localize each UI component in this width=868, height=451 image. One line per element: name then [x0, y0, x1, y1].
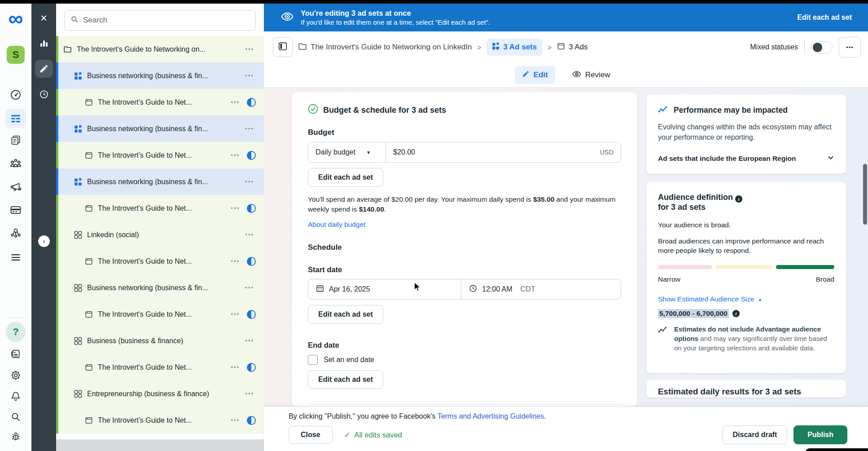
tree-row-adset[interactable]: Linkedin (social)••• [56, 221, 264, 248]
more-options-icon[interactable]: ••• [245, 284, 264, 291]
tree-row-adset[interactable]: Entrepreneurship (business & finance)••• [56, 380, 264, 407]
help-icon[interactable]: ? [6, 322, 26, 342]
breadcrumb-ads[interactable]: 3 Ads [569, 43, 588, 52]
more-options-icon[interactable]: ••• [245, 46, 264, 53]
more-options-icon[interactable]: ••• [231, 364, 247, 371]
tree-row-adset[interactable]: Business networking (business & fin...••… [56, 168, 264, 195]
tree-row-campaign[interactable]: The Introvert's Guide to Networking on..… [56, 36, 264, 62]
banner-edit-each-link[interactable]: Edit each ad set [797, 13, 852, 22]
tree-row-ad[interactable]: The Introvert's Guide to Net...••• [56, 354, 264, 380]
start-date-field: Apr 16, 2025 12:00 AM CDT [308, 279, 621, 300]
discard-draft-button[interactable]: Discard draft [723, 425, 788, 444]
more-options-icon[interactable]: ••• [231, 417, 247, 424]
clock-icon [469, 284, 478, 295]
about-daily-budget-link[interactable]: About daily budget [308, 221, 365, 229]
edit-each-ad-set-button-budget[interactable]: Edit each ad set [308, 168, 383, 187]
more-options-icon[interactable]: ••• [245, 390, 264, 397]
tree-row-adset[interactable]: Business networking (business & fin...••… [56, 274, 264, 301]
tree-row-ad[interactable]: The Introvert's Guide to Net...••• [56, 407, 264, 433]
more-options-icon[interactable]: ••• [231, 152, 247, 159]
more-options-icon[interactable]: ••• [231, 258, 247, 265]
adset-grid-icon [74, 125, 82, 133]
info-icon[interactable]: i [732, 310, 740, 317]
start-date-label: Start date [308, 265, 621, 274]
close-editor-icon[interactable]: ✕ [35, 9, 53, 27]
row-stripe [56, 89, 58, 115]
edit-each-ad-set-button-end[interactable]: Edit each ad set [308, 370, 383, 389]
news-icon[interactable] [10, 348, 22, 360]
edit-pencil-icon[interactable] [35, 60, 53, 78]
row-stripe [56, 221, 58, 248]
daily-results-card: Estimated daily results for 3 ad sets [646, 380, 846, 398]
more-options-icon[interactable]: ••• [245, 337, 264, 344]
search-input[interactable] [83, 16, 250, 25]
breadcrumb-adsets[interactable]: 3 Ad sets [487, 39, 542, 56]
ads-megaphone-icon[interactable] [9, 181, 22, 193]
tree-row-adset[interactable]: Business networking (business & fin...••… [56, 62, 264, 89]
more-options-button[interactable]: ••• [839, 37, 861, 57]
tree-row-ad[interactable]: The Introvert's Guide to Net...••• [56, 89, 264, 115]
more-options-icon[interactable]: ••• [245, 72, 264, 79]
row-stripe [56, 327, 58, 354]
campaigns-table-icon[interactable] [5, 109, 26, 128]
tree-row-ad[interactable]: The Introvert's Guide to Net...••• [56, 195, 264, 221]
dashboard-gauge-icon[interactable] [9, 88, 22, 101]
more-options-icon[interactable]: ••• [231, 311, 247, 318]
chevron-right-icon: > [546, 44, 553, 51]
tree-row-adset[interactable]: Business (business & finance)••• [56, 327, 264, 354]
account-avatar[interactable]: S [7, 46, 25, 64]
search-global-icon[interactable] [10, 411, 22, 423]
edit-each-ad-set-button-start[interactable]: Edit each ad set [308, 305, 383, 324]
tree-row-ad[interactable]: The Introvert's Guide to Net...••• [56, 248, 264, 274]
check-icon: ✓ [344, 431, 351, 439]
vertical-scrollbar[interactable] [863, 164, 867, 225]
audience-estimate: 5,700,000 - 6,700,000 i [658, 309, 834, 318]
tab-review[interactable]: Review [565, 66, 618, 85]
tab-edit[interactable]: Edit [515, 66, 555, 84]
more-options-icon[interactable]: ••• [245, 178, 264, 185]
date-picker[interactable]: Apr 16, 2025 [308, 279, 461, 299]
status-toggle[interactable] [811, 41, 833, 53]
tree-row-ad[interactable]: The Introvert's Guide to Net...••• [56, 142, 264, 168]
assets-org-icon[interactable] [9, 226, 22, 239]
more-options-icon[interactable]: ••• [245, 231, 264, 238]
report-bug-icon[interactable] [10, 431, 22, 442]
history-clock-icon[interactable] [35, 85, 53, 103]
timezone-label: CDT [521, 285, 535, 293]
sidebar-search[interactable] [64, 10, 256, 31]
publish-button[interactable]: Publish [793, 425, 847, 444]
notifications-bell-icon[interactable] [10, 390, 22, 402]
more-options-icon[interactable]: ••• [231, 99, 247, 106]
billing-card-icon[interactable] [9, 203, 22, 216]
tree-row-adset[interactable]: Business networking (business & fin...••… [56, 115, 264, 142]
tree-row-label: Business networking (business & fin... [87, 284, 208, 292]
settings-gear-icon[interactable] [10, 369, 22, 381]
more-options-icon[interactable]: ••• [245, 125, 264, 132]
time-picker[interactable]: 12:00 AM CDT [461, 279, 621, 299]
european-region-expander[interactable]: Ad sets that include the European Region [658, 154, 834, 163]
row-stripe [56, 115, 58, 142]
tree-row-label: The Introvert's Guide to Net... [98, 257, 192, 265]
expand-panel-button[interactable]: › [38, 235, 50, 247]
all-tools-menu-icon[interactable] [9, 251, 22, 264]
more-options-icon[interactable]: ••• [231, 205, 247, 212]
meta-logo-icon[interactable]: ∞ [9, 12, 23, 25]
meter-mid-segment [715, 265, 773, 269]
sidebar-hscrollbar[interactable] [56, 439, 264, 451]
audiences-people-icon[interactable] [9, 157, 22, 170]
budget-amount-input[interactable] [393, 148, 595, 156]
performance-chart-icon[interactable] [35, 34, 53, 52]
tree-row-ad[interactable]: The Introvert's Guide to Net...••• [56, 301, 264, 327]
show-audience-size-link[interactable]: Show Estimated Audience Size ▲ [658, 295, 834, 303]
info-icon[interactable]: i [735, 195, 742, 203]
check-circle-icon [308, 104, 318, 116]
pages-icon[interactable] [10, 134, 22, 146]
terms-link[interactable]: Terms and Advertising Guidelines [438, 412, 544, 420]
breadcrumb-campaign[interactable]: The Introvert's Guide to Networking on L… [311, 43, 472, 52]
budget-amount-cell: USD [386, 142, 621, 162]
ad-page-icon [557, 42, 565, 53]
close-button[interactable]: Close [289, 426, 333, 444]
end-date-checkbox[interactable] [308, 355, 318, 365]
budget-type-dropdown[interactable]: Daily budget ▼ [308, 142, 386, 162]
collapse-sidebar-button[interactable] [273, 37, 293, 57]
